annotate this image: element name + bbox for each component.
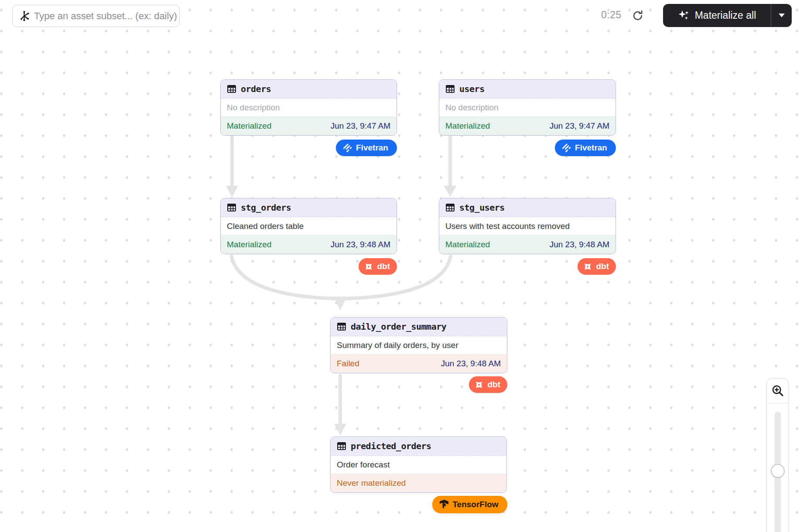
status-timestamp: Jun 23, 9:48 AM [441, 359, 501, 368]
zoom-slider-thumb[interactable] [771, 464, 785, 478]
asset-name: orders [241, 84, 271, 94]
asset-description: No description [221, 99, 397, 117]
tensorflow-icon [439, 499, 449, 510]
arrowhead-daily-predicted [334, 424, 346, 435]
badge-label: Fivetran [356, 143, 388, 153]
asset-status-row: Materialized Jun 23, 9:47 AM [221, 117, 397, 135]
zoom-in-icon [771, 384, 784, 397]
table-icon [445, 203, 455, 212]
edge-stg-orders-daily [232, 256, 339, 299]
chevron-down-icon [779, 14, 785, 17]
asset-status-row: Materialized Jun 23, 9:48 AM [221, 235, 397, 254]
table-icon [445, 84, 455, 94]
arrowhead-orders-stg-orders [226, 186, 238, 197]
compute-kind-badge-dbt: dbt [359, 258, 397, 275]
asset-node-daily-order-summary[interactable]: daily_order_summary Summary of daily ord… [330, 317, 507, 373]
status-label: Never materialized [337, 478, 406, 488]
status-label: Materialized [227, 240, 271, 249]
compute-kind-badge-dbt: dbt [578, 258, 616, 275]
dbt-icon [474, 380, 484, 390]
zoom-slider[interactable] [767, 403, 788, 532]
asset-description: Order forecast [331, 456, 506, 474]
node-header: users [439, 80, 615, 99]
table-icon [227, 84, 236, 94]
asset-node-orders[interactable]: orders No description Materialized Jun 2… [220, 79, 397, 136]
arrowhead-users-stg-users [444, 186, 456, 197]
asset-status-row: Materialized Jun 23, 9:47 AM [439, 117, 615, 135]
fivetran-icon [562, 143, 571, 153]
asset-node-users[interactable]: users No description Materialized Jun 23… [439, 79, 616, 136]
status-label: Materialized [445, 121, 490, 131]
table-icon [337, 441, 346, 451]
refresh-button[interactable] [631, 9, 645, 23]
compute-kind-badge-fivetran: Fivetran [336, 140, 397, 156]
refresh-icon [632, 10, 644, 22]
node-header: predicted_orders [331, 437, 506, 456]
asset-status-row: Failed Jun 23, 9:48 AM [331, 355, 507, 373]
asset-search-box[interactable] [12, 5, 180, 27]
asset-status-row: Materialized Jun 23, 9:48 AM [439, 235, 615, 254]
sparkles-icon [678, 10, 690, 22]
asset-node-stg-orders[interactable]: stg_orders Cleaned orders table Material… [220, 198, 397, 254]
asset-description: Users with test accounts removed [439, 217, 615, 235]
status-label: Failed [337, 359, 359, 368]
zoom-panel [766, 378, 789, 532]
search-input[interactable] [34, 10, 178, 22]
badge-label: TensorFlow [452, 500, 498, 509]
compute-kind-badge-dbt: dbt [469, 376, 507, 393]
badge-label: dbt [487, 380, 500, 389]
compute-kind-badge-fivetran: Fivetran [555, 140, 616, 156]
materialize-all-button[interactable]: Materialize all [663, 4, 792, 27]
node-header: stg_orders [221, 198, 397, 217]
dbt-icon [364, 262, 373, 272]
badge-label: dbt [377, 262, 390, 271]
asset-description: Summary of daily orders, by user [331, 336, 507, 355]
badge-label: dbt [596, 262, 609, 271]
materialize-dropdown-toggle[interactable] [771, 4, 792, 27]
asset-description: Cleaned orders table [221, 217, 397, 235]
status-timestamp: Jun 23, 9:48 AM [331, 240, 390, 249]
asset-name: stg_users [459, 202, 505, 213]
arrowhead-merge-daily [334, 297, 347, 310]
node-header: daily_order_summary [331, 317, 507, 336]
zoom-in-button[interactable] [767, 379, 788, 403]
asset-name: predicted_orders [351, 441, 431, 451]
dbt-icon [583, 262, 592, 272]
asset-node-stg-users[interactable]: stg_users Users with test accounts remov… [439, 198, 616, 254]
status-timestamp: Jun 23, 9:47 AM [550, 121, 609, 131]
table-icon [337, 322, 346, 331]
asset-name: users [459, 84, 485, 94]
fivetran-icon [343, 143, 352, 153]
badge-label: Fivetran [575, 143, 607, 153]
materialize-all-main[interactable]: Materialize all [663, 4, 771, 27]
status-label: Materialized [227, 121, 271, 131]
elapsed-timer: 0:25 [601, 9, 622, 21]
status-label: Materialized [445, 240, 490, 249]
status-timestamp: Jun 23, 9:48 AM [550, 240, 609, 249]
node-header: orders [221, 80, 397, 99]
status-timestamp: Jun 23, 9:47 AM [331, 121, 390, 131]
asset-node-predicted-orders[interactable]: predicted_orders Order forecast Never ma… [330, 437, 507, 493]
table-icon [227, 203, 236, 212]
materialize-all-label: Materialize all [695, 10, 756, 21]
compute-kind-badge-tensorflow: TensorFlow [432, 496, 507, 513]
asset-status-row: Never materialized [331, 474, 506, 492]
node-header: stg_users [439, 198, 615, 217]
asset-graph-icon [18, 10, 30, 22]
asset-name: daily_order_summary [351, 321, 446, 332]
asset-description: No description [439, 99, 615, 117]
asset-name: stg_orders [241, 202, 291, 213]
